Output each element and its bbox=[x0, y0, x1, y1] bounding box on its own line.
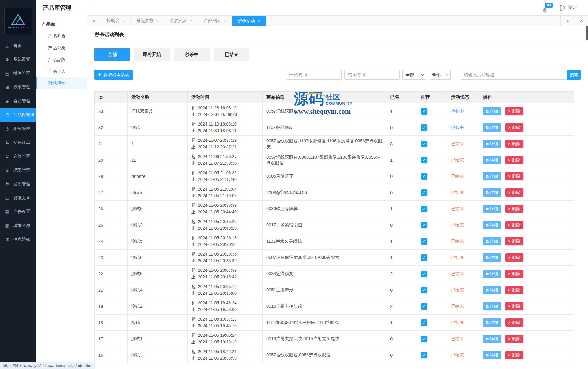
delete-button[interactable]: × 删除 bbox=[505, 237, 523, 245]
sidebar-item-discovery-manage[interactable]: ⚑ 发现管理 bbox=[0, 177, 36, 191]
recommend-checkbox[interactable]: ✓ bbox=[421, 319, 427, 326]
tab-close-icon[interactable]: × bbox=[123, 19, 125, 23]
logout-button[interactable]: 退出 bbox=[560, 5, 578, 11]
sidebar-item-recharge-manage[interactable]: ¥ 充值管理 bbox=[0, 150, 36, 163]
sidebar-item-home[interactable]: ⌂ 首页 bbox=[0, 39, 36, 53]
detail-button[interactable]: ⧉ 详细 bbox=[483, 156, 501, 164]
delete-button[interactable]: × 删除 bbox=[505, 302, 523, 310]
cell-time: 起: 2024-11-05 19:37:13 止: 2024-11-05 19:… bbox=[188, 315, 263, 331]
delete-button[interactable]: × 删除 bbox=[505, 140, 523, 148]
search-input[interactable] bbox=[461, 70, 567, 80]
vertical-scrollbar-thumb[interactable] bbox=[586, 26, 588, 40]
tab-close-icon[interactable]: × bbox=[224, 19, 226, 23]
delete-button[interactable]: × 删除 bbox=[505, 318, 523, 327]
tab-seckill-activity[interactable]: 秒杀活动 × bbox=[232, 16, 266, 26]
recommend-checkbox[interactable]: ✓ bbox=[421, 189, 427, 196]
submenu-item-seckill-activity[interactable]: 秒杀活动 bbox=[36, 77, 87, 89]
recommend-checkbox[interactable]: ✓ bbox=[421, 352, 427, 358]
tab-product-list[interactable]: 产品列表 × bbox=[198, 16, 232, 26]
tab-member-list[interactable]: 会员列表 × bbox=[164, 16, 198, 26]
add-seckill-button[interactable]: + 新增秒杀活动 bbox=[94, 70, 133, 80]
status-select[interactable]: 全部 bbox=[402, 70, 426, 80]
sidebar-item-city-region[interactable]: ▧ 城市区域 bbox=[0, 219, 36, 233]
search-button[interactable]: 搜索 bbox=[567, 70, 581, 80]
detail-button[interactable]: ⧉ 详细 bbox=[483, 172, 501, 180]
delete-button[interactable]: × 删除 bbox=[505, 172, 523, 180]
filter-tab-ongoing[interactable]: 秒杀中 bbox=[174, 48, 210, 61]
recommend-checkbox[interactable]: ✓ bbox=[421, 287, 427, 293]
time-start: 起: 2024-11-05 19:37:13 bbox=[191, 316, 259, 323]
sidebar-item-message-notify[interactable]: ✉ 消息通知 bbox=[0, 233, 36, 247]
recommend-checkbox[interactable]: ✓ bbox=[421, 173, 427, 180]
delete-button[interactable]: × 删除 bbox=[505, 188, 523, 197]
delete-button[interactable]: × 删除 bbox=[505, 221, 523, 229]
recommend-checkbox[interactable]: ✓ bbox=[421, 124, 427, 131]
detail-button[interactable]: ⧉ 详细 bbox=[483, 237, 501, 245]
tab-close-icon[interactable]: × bbox=[157, 19, 159, 23]
sidebar-item-ad-settings[interactable]: ▦ 广告设置 bbox=[0, 205, 36, 219]
tabs-scroll-left-button[interactable]: « bbox=[87, 16, 101, 26]
delete-button[interactable]: × 删除 bbox=[505, 107, 523, 115]
recommend-checkbox[interactable]: ✓ bbox=[421, 108, 427, 115]
delete-button[interactable]: × 删除 bbox=[505, 205, 523, 213]
cell-name: efrwfr bbox=[128, 184, 188, 201]
sidebar-item-plugin-manage[interactable]: ▤ 插件管理 bbox=[0, 67, 36, 80]
sidebar-item-member-manage[interactable]: ☻ 会员管理 bbox=[0, 94, 36, 108]
sidebar-item-system-settings[interactable]: ⚙ 系统设置 bbox=[0, 53, 36, 67]
delete-button[interactable]: × 删除 bbox=[505, 270, 523, 278]
detail-button[interactable]: ⧉ 详细 bbox=[483, 221, 501, 229]
tabs-close-all-button[interactable]: × bbox=[574, 16, 588, 26]
filter-tab-all[interactable]: 全部 bbox=[94, 48, 130, 61]
recommend-checkbox[interactable]: ✓ bbox=[421, 271, 427, 277]
tab-system-params[interactable]: 系统参数 × bbox=[131, 16, 164, 26]
filter-tab-upcoming[interactable]: 即将开始 bbox=[134, 48, 170, 61]
delete-button[interactable]: × 删除 bbox=[505, 253, 523, 262]
submenu-item-product-brand[interactable]: 产品品牌 bbox=[36, 54, 87, 66]
detail-button[interactable]: ⧉ 详细 bbox=[483, 205, 501, 213]
detail-button[interactable]: ⧉ 详细 bbox=[483, 123, 501, 132]
start-time-input[interactable] bbox=[286, 70, 342, 80]
detail-button[interactable]: ⧉ 详细 bbox=[483, 253, 501, 262]
filter-tab-ended[interactable]: 已结束 bbox=[214, 48, 249, 61]
tabs-scroll-right-button[interactable]: » bbox=[560, 16, 574, 26]
delete-button[interactable]: × 删除 bbox=[505, 123, 523, 132]
sidebar-item-permission-manage[interactable]: ⊞ 权限管理 bbox=[0, 80, 36, 94]
delete-button[interactable]: × 删除 bbox=[505, 351, 523, 359]
detail-button[interactable]: ⧉ 详细 bbox=[483, 335, 501, 343]
recommend-select[interactable]: 全部 bbox=[429, 70, 451, 80]
recommend-checkbox[interactable]: ✓ bbox=[421, 303, 427, 310]
submenu-item-product-import[interactable]: 产品导入 bbox=[36, 66, 87, 77]
detail-button[interactable]: ⧉ 详细 bbox=[483, 140, 501, 148]
sidebar-item-points-manage[interactable]: ℗ 积分管理 bbox=[0, 122, 36, 136]
notification-bell-button[interactable]: 43 bbox=[542, 3, 551, 13]
recommend-checkbox[interactable]: ✓ bbox=[421, 157, 427, 163]
detail-button[interactable]: ⧉ 详细 bbox=[483, 302, 501, 310]
sidebar-item-product-library-manage[interactable]: ⚖ 产品库管理 bbox=[0, 108, 36, 122]
delete-button[interactable]: × 删除 bbox=[505, 335, 523, 343]
delete-button[interactable]: × 删除 bbox=[505, 156, 523, 164]
recommend-checkbox[interactable]: ✓ bbox=[421, 254, 427, 261]
recommend-checkbox[interactable]: ✓ bbox=[421, 141, 427, 147]
recommend-checkbox[interactable]: ✓ bbox=[421, 238, 427, 245]
tab-close-icon[interactable]: × bbox=[190, 19, 192, 23]
detail-button[interactable]: ⧉ 详细 bbox=[483, 286, 501, 294]
recommend-checkbox[interactable]: ✓ bbox=[421, 206, 427, 212]
detail-button[interactable]: ⧉ 详细 bbox=[483, 107, 501, 115]
cell-actions: ⧉ 详细 × 删除 bbox=[479, 201, 574, 217]
tab-console[interactable]: 控制台 × bbox=[101, 16, 131, 26]
sidebar-item-withdraw-manage[interactable]: ¥ 提现管理 bbox=[0, 163, 36, 177]
recommend-checkbox[interactable]: ✓ bbox=[421, 222, 427, 228]
submenu-item-product-category[interactable]: 产品分类 bbox=[36, 42, 87, 54]
tab-close-icon[interactable]: × bbox=[258, 19, 260, 23]
detail-button[interactable]: ⧉ 详细 bbox=[483, 351, 501, 359]
recommend-checkbox[interactable]: ✓ bbox=[421, 336, 427, 342]
detail-button[interactable]: ⧉ 详细 bbox=[483, 318, 501, 327]
end-time-input[interactable] bbox=[344, 70, 400, 80]
detail-button[interactable]: ⧉ 详细 bbox=[483, 188, 501, 197]
cell-sold: 0 bbox=[386, 282, 417, 298]
detail-button[interactable]: ⧉ 详细 bbox=[483, 270, 501, 278]
sidebar-item-news-articles[interactable]: ▤ 资讯文章 bbox=[0, 191, 36, 205]
submenu-item-product-list[interactable]: 产品列表 bbox=[36, 30, 87, 42]
delete-button[interactable]: × 删除 bbox=[505, 286, 523, 294]
sidebar-item-trade-orders[interactable]: ⇆ 交易订单 bbox=[0, 136, 36, 150]
